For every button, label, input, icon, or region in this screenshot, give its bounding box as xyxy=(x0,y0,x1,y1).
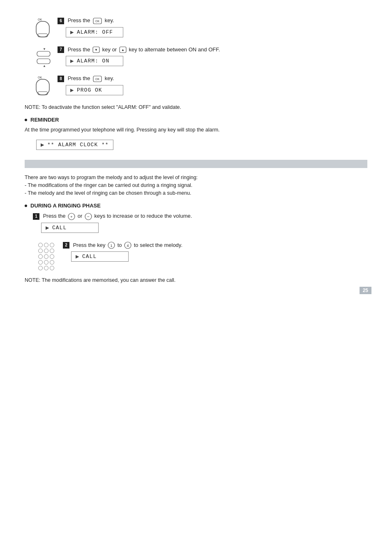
ringer-step-1-display: ▶ CALL xyxy=(41,223,99,233)
ringer-step-2-content: 2 Press the key 1 to 4 to select the mel… xyxy=(63,241,367,265)
svg-text:▲: ▲ xyxy=(43,64,46,68)
svg-text:OK: OK xyxy=(38,76,42,79)
ringer-step-1-content: 1 Press the + or − keys to increase or t… xyxy=(33,212,367,235)
reminder-text: At the time programmed your telephone wi… xyxy=(25,126,367,134)
step-8-num: 8 xyxy=(58,76,64,82)
ringer-step-2-text: 2 Press the key 1 to 4 to select the mel… xyxy=(63,241,367,249)
handset-down-icon: ▼ xyxy=(35,46,52,57)
ringer-step-1-num: 1 xyxy=(33,213,39,220)
handset-up-icon: ▲ xyxy=(35,58,52,69)
during-ringing-section: DURING A RINGING PHASE 1 Press the + or … xyxy=(25,203,367,271)
step-6-text: 6 Press the OK key. xyxy=(58,16,367,25)
svg-text:OK: OK xyxy=(95,78,99,81)
step-6-content: 6 Press the OK key. ▶ ALARM: OFF xyxy=(58,16,367,40)
ringer-step-2-icon xyxy=(33,241,60,271)
step-6-display: ▶ ALARM: OFF xyxy=(66,27,123,37)
svg-text:OK: OK xyxy=(95,20,99,23)
step-8-content: 8 Press the OK key. ▶ PROG OK xyxy=(58,74,367,98)
reminder-section: REMINDER At the time programmed your tel… xyxy=(25,117,367,152)
step-8-display: ▶ PROG OK xyxy=(66,85,123,95)
during-ringing-title: DURING A RINGING PHASE xyxy=(25,203,367,209)
key-1-icon: 1 xyxy=(108,242,115,249)
step-7-row: ▼ ▲ 7 Press the ▼ key or xyxy=(25,46,367,69)
reminder-dot xyxy=(25,119,27,121)
plus-key-icon: + xyxy=(68,213,75,220)
svg-text:−: − xyxy=(87,214,90,219)
reminder-display: ▶ ** ALARM CLOCK ** xyxy=(36,140,113,150)
intro-line-3: - The melody and the level of ringing ca… xyxy=(25,189,367,197)
ringer-step-1-text: 1 Press the + or − keys to increase or t… xyxy=(33,212,367,220)
page-number: 25 xyxy=(360,287,371,294)
ringer-step-2-row: 2 Press the key 1 to 4 to select the mel… xyxy=(33,241,367,271)
step-7-text: 7 Press the ▼ key or ▲ key to alternate … xyxy=(58,46,367,54)
note-ringer: NOTE: The modifications are memorised, y… xyxy=(25,276,367,284)
step-7-content: 7 Press the ▼ key or ▲ key to alternate … xyxy=(58,46,367,69)
step-7-display: ▶ ALARM: ON xyxy=(66,56,123,66)
svg-text:OK: OK xyxy=(38,18,42,21)
section-divider xyxy=(25,160,367,168)
svg-text:+: + xyxy=(71,215,73,219)
step-7-num: 7 xyxy=(58,46,64,53)
ringer-step-1-row: 1 Press the + or − keys to increase or t… xyxy=(33,212,367,235)
handset-icon-8: OK xyxy=(34,75,52,97)
svg-rect-6 xyxy=(37,51,50,56)
ringer-step-2-num: 2 xyxy=(63,242,69,249)
note-alarm: NOTE: To deactivate the function select … xyxy=(25,104,367,111)
svg-text:▲: ▲ xyxy=(121,48,125,52)
intro-ringer: There are two ways to program the melody… xyxy=(25,174,367,197)
handset-icon-6: OK xyxy=(34,17,52,39)
svg-rect-7 xyxy=(37,59,50,64)
phone-grid-icon xyxy=(38,243,55,271)
minus-key-icon: − xyxy=(85,213,92,220)
reminder-title: REMINDER xyxy=(25,117,367,123)
step-6-icon: OK xyxy=(25,16,58,39)
intro-line-2: - The modifications of the ringer can be… xyxy=(25,182,367,189)
ok-key-icon: OK xyxy=(93,18,102,24)
ok-key-icon-2: OK xyxy=(93,76,102,82)
svg-text:4: 4 xyxy=(127,244,129,248)
up-key-icon: ▲ xyxy=(119,46,127,53)
intro-line-1: There are two ways to program the melody… xyxy=(25,174,367,182)
key-4-icon: 4 xyxy=(124,242,131,249)
page: OK 6 Press the OK key. ▶ ALARM: OFF xyxy=(0,0,392,306)
svg-text:▼: ▼ xyxy=(43,47,46,51)
down-key-icon: ▼ xyxy=(92,46,100,53)
ringer-step-2-display: ▶ CALL xyxy=(71,251,129,262)
step-6-num: 6 xyxy=(58,18,64,24)
step-8-text: 8 Press the OK key. xyxy=(58,74,367,83)
step-8-icon: OK xyxy=(25,74,58,97)
svg-text:1: 1 xyxy=(111,244,113,248)
step-6-row: OK 6 Press the OK key. ▶ ALARM: OFF xyxy=(25,16,367,40)
svg-text:▼: ▼ xyxy=(95,48,98,52)
during-ringing-dot xyxy=(25,205,27,207)
step-7-icon: ▼ ▲ xyxy=(25,46,58,69)
step-8-row: OK 8 Press the OK key. ▶ PROG OK xyxy=(25,74,367,98)
